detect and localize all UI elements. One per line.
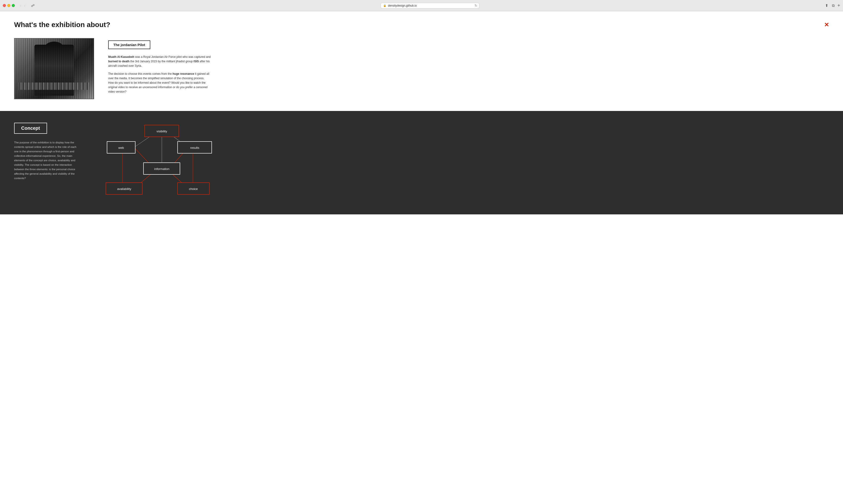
page-title: What's the exhibition about? [14,21,829,29]
back-button[interactable]: ‹ [19,3,22,8]
browser-content: What's the exhibition about? × The jorda… [0,11,843,504]
paragraph2-start: The decision to choose this events comes… [108,72,172,75]
url-text: densitydesign.github.io [388,4,417,7]
refresh-button[interactable]: ↻ [475,4,477,7]
card-title: The jordanian Pilot [108,40,150,49]
paragraph-2: The decision to choose this events comes… [108,72,212,94]
reader-button[interactable]: ☍ [30,3,36,8]
glitch-bars [19,83,90,90]
figure-background [15,39,94,99]
node-label-availability: availability [117,187,131,191]
new-tab-button[interactable]: + [837,3,840,8]
concept-title: Concept [14,123,47,134]
share-button[interactable]: ⬆ [824,3,829,8]
node-label-results: results [190,146,199,149]
node-label-choice: choice [189,187,198,191]
lock-icon: 🔒 [383,4,386,7]
paragraph1-mid2: the 3rd January 2015 by the militant jih… [129,60,194,63]
nav-buttons: ‹ › [19,3,27,8]
traffic-lights [3,4,15,7]
fullscreen-traffic-light[interactable] [12,4,15,7]
node-label-information: information [154,167,169,171]
emphasis-bold: huge resonance [172,72,194,75]
paragraph-1: Muath Al-Kasasbeh was a Royal Jordanian … [108,55,212,68]
tabs-button[interactable]: ⧉ [831,3,836,8]
content-row: The jordanian Pilot Muath Al-Kasasbeh wa… [14,38,829,99]
browser-actions: ⬆ ⧉ + [824,3,840,8]
close-traffic-light[interactable] [3,4,6,7]
close-button[interactable]: × [824,21,829,28]
info-panel: The jordanian Pilot Muath Al-Kasasbeh wa… [108,38,829,97]
org-bold: ISIS [194,60,199,63]
top-section: What's the exhibition about? × The jorda… [0,11,843,111]
paragraph1-mid: was a Royal Jordanian Air Force pilot wh… [134,55,211,58]
name-bold: Muath Al-Kasasbeh [108,55,134,58]
node-label-visibility: visibility [157,129,167,133]
image-container [14,38,94,99]
concept-left: Concept The purpose of the exhibition is… [14,123,89,181]
description-text: Muath Al-Kasasbeh was a Royal Jordanian … [108,55,212,94]
address-bar[interactable]: 🔒 densitydesign.github.io ↻ [381,3,479,8]
diagram-svg: visibility web results information avail… [104,120,221,198]
concept-description: The purpose of the exhibition is to disp… [14,140,80,181]
bottom-section: Concept The purpose of the exhibition is… [0,111,843,214]
exhibition-image [14,38,94,99]
minimize-traffic-light[interactable] [7,4,10,7]
address-bar-container: 🔒 densitydesign.github.io ↻ [38,3,822,8]
node-label-web: web [118,146,124,149]
forward-button[interactable]: › [23,3,26,8]
action-bold: burned to death [108,60,129,63]
diagram-area: visibility web results information avail… [104,120,221,200]
browser-chrome: ‹ › ☍ 🔒 densitydesign.github.io ↻ ⬆ ⧉ + [0,0,843,11]
